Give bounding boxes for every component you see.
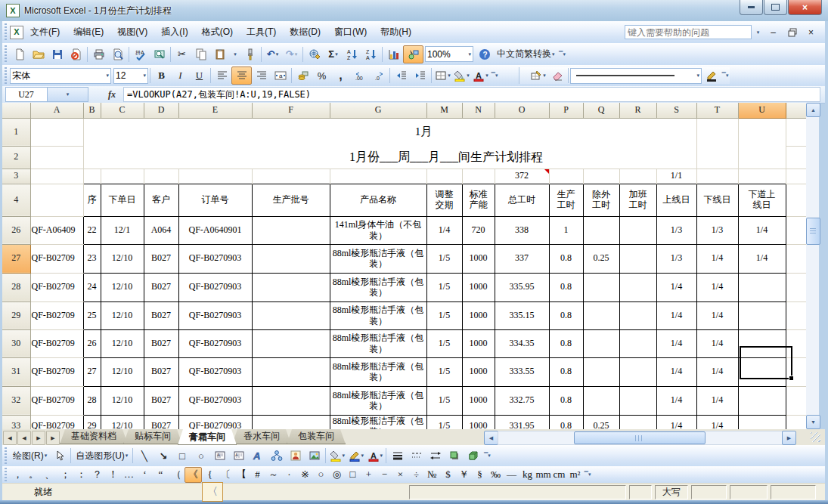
symbol-button[interactable]: § [472,468,488,482]
cell[interactable]: B027 [144,329,178,357]
cell[interactable] [619,415,656,429]
cell[interactable]: 1/4 [696,273,738,301]
cell[interactable] [619,273,656,301]
cell[interactable]: 1/4 [656,301,696,329]
cell[interactable] [101,169,144,184]
hyperlink-button[interactable] [305,46,324,63]
drawing-toggle-button[interactable] [403,45,423,63]
redo-button[interactable]: ↷▾ [282,46,301,63]
cell[interactable] [252,415,330,429]
print-preview-button[interactable] [108,46,127,63]
select-objects-button[interactable] [50,447,69,464]
name-box[interactable]: U27 ▾ [5,87,88,102]
column-header[interactable]: T [696,103,738,118]
autoshapes-menu-button[interactable]: 自选图形(U)▾ [73,447,131,464]
fill-color-button[interactable]: ▾ [452,67,471,84]
vertical-textbox-button[interactable]: A [229,447,248,464]
cell-header[interactable]: 下线日 [696,184,738,216]
cell[interactable] [30,146,83,169]
maximize-button[interactable] [764,0,787,15]
cell[interactable]: QF-A0640901 [178,216,252,244]
help-dropdown[interactable]: ▾ [752,24,764,41]
horizontal-scroll-thumb[interactable] [574,431,706,444]
cell[interactable] [330,169,426,184]
diagram-button[interactable] [267,447,286,464]
new-button[interactable] [10,46,29,63]
cell[interactable] [178,169,252,184]
cell[interactable]: 1/4 [738,216,786,244]
3d-style-button[interactable] [464,447,482,464]
symbol-button[interactable]: 【 [234,468,250,482]
symbol-button[interactable]: ？ [89,468,105,482]
prev-sheet-button[interactable]: ◀ [17,431,31,445]
cell-total-hours-372[interactable]: 372 [495,169,549,184]
decrease-decimal-button[interactable]: .0 [369,67,388,84]
symbol-button[interactable]: + [361,468,377,482]
chart-wizard-button[interactable] [384,46,403,63]
cell[interactable]: 334.35 [495,329,549,357]
column-header[interactable]: F [252,103,330,118]
cell[interactable] [619,216,656,244]
cell[interactable]: 22 [83,216,101,244]
cell[interactable]: B027 [144,386,178,415]
cell[interactable] [30,169,83,184]
cell-header[interactable]: 客户 [144,184,178,216]
cell[interactable]: A064 [144,216,178,244]
symbol-button[interactable]: · [281,468,297,482]
cell[interactable]: 88ml棱形瓶洁手液（包装） [330,244,426,273]
cell-date-1-1[interactable]: 1/1 [656,169,696,184]
cell[interactable]: 88ml棱形瓶洁手液（包装） [330,273,426,301]
cell[interactable]: B027 [144,357,178,386]
cell[interactable]: QF-B02709 [30,244,83,273]
cell[interactable] [252,301,330,329]
column-header[interactable]: O [495,103,549,118]
cell[interactable]: 1/5 [426,329,462,357]
copy-button[interactable] [191,46,210,63]
symbol-button[interactable]: × [392,468,408,482]
column-header[interactable]: R [619,103,656,118]
cell[interactable]: QF-B02709 [30,357,83,386]
row-header[interactable]: 33 [2,415,30,429]
toolbar-grip[interactable] [4,468,8,481]
cell[interactable]: QF-B02709 [30,273,83,301]
cell[interactable] [252,273,330,301]
sheet-tab-香水车间[interactable]: 香水车间 [232,429,291,444]
toolbar-options-chevron[interactable]: ▔▾ [558,46,567,63]
clipart-button[interactable] [286,447,305,464]
cell[interactable]: QF-B0270903 [178,273,252,301]
menu-item[interactable]: 数据(D) [283,24,327,41]
symbol-button[interactable]: № [424,468,440,482]
cell[interactable]: 337 [495,244,549,273]
cell-header[interactable]: 标准 产能 [462,184,495,216]
symbol-button[interactable]: ‰ [488,468,504,482]
symbol-button[interactable]: cm [551,468,567,482]
insert-picture-button[interactable] [305,447,324,464]
window-minimize-button[interactable]: – [764,24,783,41]
toolbar-options-chevron[interactable]: ▔▾ [482,447,492,464]
symbol-button[interactable]: $ [440,468,456,482]
symbol-button[interactable]: ； [57,468,73,482]
symbol-button[interactable]: ～ [265,468,281,482]
symbol-button[interactable]: □ [345,468,361,482]
symbol-button[interactable]: “ [153,468,169,482]
cell[interactable]: 1/5 [426,415,462,429]
symbol-button[interactable]: ￥ [456,468,472,482]
cell[interactable] [252,169,330,184]
arrow-button[interactable]: ↘ [154,447,172,464]
cell-selected[interactable]: 1/4 [738,244,786,273]
wordart-button[interactable]: A [248,447,267,464]
increase-decimal-button[interactable]: .00 [350,67,369,84]
cell[interactable] [583,216,619,244]
symbol-button[interactable]: 〔 [218,468,234,482]
cell[interactable]: 27 [83,357,101,386]
cell[interactable] [462,169,495,184]
cell[interactable] [252,329,330,357]
vertical-scrollbar[interactable]: ▲ ▼ [806,103,819,429]
cell[interactable]: 88ml棱形瓶洁手液（包装） [330,386,426,415]
cell[interactable] [738,357,786,386]
toolbar-grip[interactable] [4,67,8,84]
cell[interactable]: 1/4 [656,329,696,357]
toolbar-grip[interactable] [4,447,8,464]
cell[interactable]: 141ml身体牛油（不包装） [330,216,426,244]
cell-header[interactable]: 除外 工时 [583,184,619,216]
